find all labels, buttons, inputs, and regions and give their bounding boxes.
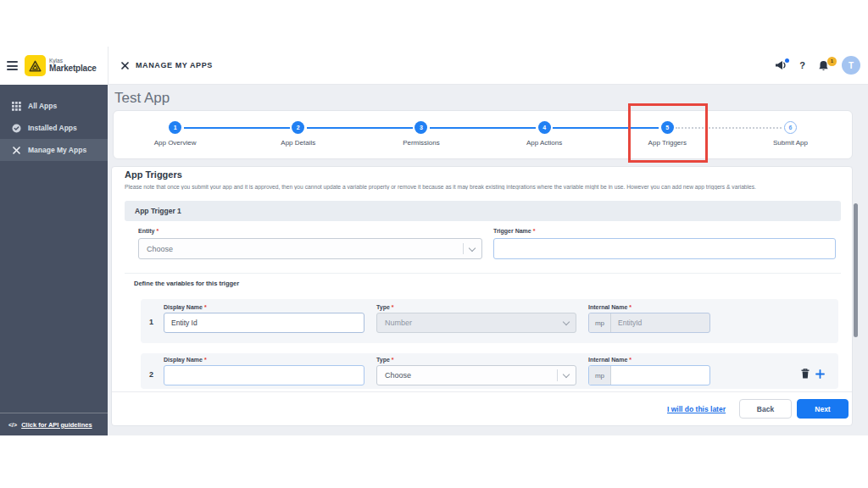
display-name-input-2[interactable] (164, 365, 364, 385)
step-label: App Actions (526, 139, 562, 147)
step-app-triggers[interactable]: 5 App Triggers (606, 111, 729, 158)
type-select-2[interactable]: Choose (376, 365, 576, 385)
kylas-logo[interactable] (25, 55, 46, 76)
step-app-details[interactable]: 2 App Details (236, 111, 359, 158)
sidebar-nav: All Apps Installed Apps Manage My Apps (0, 95, 108, 161)
row-actions (801, 369, 825, 379)
sidebar-header: Kylas Marketplace (0, 47, 108, 85)
required-mark: * (392, 304, 394, 310)
stepper-connector-2-3 (307, 127, 413, 129)
step-number: 6 (784, 121, 797, 134)
do-later-link[interactable]: I will do this later (667, 405, 726, 413)
chevron-down-icon (563, 319, 570, 325)
next-button[interactable]: Next (797, 399, 849, 419)
type-label: Type* (376, 357, 394, 363)
api-guidelines-link[interactable]: </> Click for API guidelines (0, 413, 108, 435)
type-select-value: Number (385, 319, 558, 327)
entity-label: Entity* (138, 228, 159, 234)
sidebar-item-label: All Apps (28, 102, 57, 110)
internal-name-prefix: mp (589, 366, 611, 385)
step-number: 5 (661, 121, 674, 134)
type-label: Type* (376, 304, 394, 310)
required-mark: * (533, 228, 536, 234)
step-app-actions[interactable]: 4 App Actions (483, 111, 606, 158)
internal-name-group-1: mp EntityId (588, 313, 710, 333)
chevron-down-icon (563, 371, 570, 378)
internal-name-label: Internal Name* (588, 357, 632, 363)
trigger-name-input[interactable] (493, 238, 836, 259)
announcements-button[interactable] (775, 60, 787, 70)
vertical-scrollbar-thumb[interactable] (854, 203, 858, 337)
step-number: 1 (169, 121, 181, 134)
step-label: App Details (281, 139, 315, 147)
help-button[interactable]: ? (799, 60, 805, 70)
app-triggers-card: App Triggers Please note that once you s… (111, 166, 853, 426)
select-divider (557, 369, 558, 380)
variables-heading: Define the variables for this trigger (134, 280, 239, 287)
avatar[interactable]: T (842, 56, 860, 75)
step-number: 4 (538, 121, 551, 134)
brand-name-large: Marketplace (49, 64, 97, 74)
sidebar-item-installed-apps[interactable]: Installed Apps (0, 117, 108, 139)
step-app-overview[interactable]: 1 App Overview (114, 111, 236, 158)
stepper: 1 App Overview 2 App Details 3 Permissio… (113, 110, 853, 159)
sidebar-item-manage-my-apps[interactable]: Manage My Apps (0, 139, 108, 161)
internal-name-group-2: mp (588, 365, 710, 385)
sidebar-item-all-apps[interactable]: All Apps (0, 95, 108, 117)
section-heading: App Triggers (125, 169, 182, 180)
step-label: Permissions (403, 139, 440, 147)
required-mark: * (629, 304, 632, 310)
hamburger-menu-icon[interactable] (7, 61, 18, 70)
row-index: 2 (149, 370, 153, 379)
main-content: Test App 1 App Overview 2 App Details 3 (108, 85, 868, 435)
internal-name-label: Internal Name* (588, 304, 632, 310)
display-name-label: Display Name* (164, 357, 207, 363)
delete-row-button[interactable] (801, 369, 810, 379)
variable-row-1: 1 Display Name* Type* Number Internal Na… (141, 299, 838, 343)
code-icon: </> (8, 422, 17, 428)
required-mark: * (156, 228, 159, 234)
stepper-connector-4-5 (553, 127, 659, 129)
step-submit-app[interactable]: 6 Submit App (729, 111, 852, 158)
chevron-down-icon (469, 244, 476, 251)
display-name-label: Display Name* (164, 304, 207, 310)
brand-text: Kylas Marketplace (49, 58, 97, 73)
step-permissions[interactable]: 3 Permissions (359, 111, 482, 158)
internal-name-value-1: EntityId (611, 313, 709, 332)
internal-name-prefix: mp (589, 313, 611, 332)
stepper-connector-5-6 (676, 127, 782, 129)
trash-icon (801, 369, 810, 379)
row-index: 1 (149, 318, 153, 326)
required-mark: * (392, 357, 394, 363)
internal-name-value-2 (611, 366, 709, 385)
topbar: MANAGE MY APPS ? 1 (108, 47, 868, 85)
app-window: Kylas Marketplace All Apps Installed App… (0, 47, 868, 435)
new-announcement-dot (785, 58, 789, 63)
trigger-1-header: App Trigger 1 (125, 201, 841, 221)
entity-select[interactable]: Choose (138, 238, 482, 259)
variable-row-2: 2 Display Name* Type* Choose Internal (141, 353, 838, 389)
topbar-title-group: MANAGE MY APPS (120, 61, 213, 70)
required-mark: * (629, 357, 632, 363)
tools-icon (120, 61, 130, 70)
topbar-title: MANAGE MY APPS (136, 61, 213, 69)
form-footer: I will do this later Back Next (112, 391, 852, 425)
type-select-1: Number (376, 313, 576, 333)
add-row-button[interactable] (815, 369, 825, 379)
screen: Kylas Marketplace All Apps Installed App… (0, 0, 868, 488)
sidebar-item-label: Manage My Apps (28, 146, 86, 154)
stepper-connector-3-4 (430, 127, 536, 129)
sidebar: Kylas Marketplace All Apps Installed App… (0, 47, 108, 435)
section-note: Please note that once you submit your ap… (125, 184, 845, 190)
notifications-button[interactable]: 1 (818, 60, 829, 71)
triangle-logo-icon (29, 60, 42, 72)
trigger-name-label: Trigger Name* (493, 228, 535, 234)
notification-count-badge: 1 (827, 57, 837, 66)
back-button[interactable]: Back (739, 399, 792, 419)
required-mark: * (204, 304, 207, 310)
display-name-input-1[interactable] (164, 313, 364, 333)
select-divider (463, 243, 464, 255)
topbar-actions: ? 1 T (775, 56, 860, 75)
page-title: Test App (114, 90, 170, 107)
step-label: App Triggers (648, 139, 687, 147)
